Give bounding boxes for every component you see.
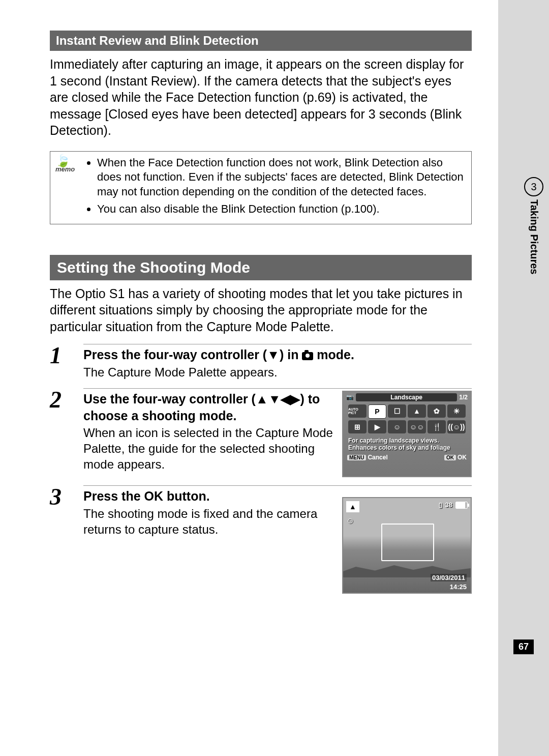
step-number: 1: [50, 344, 73, 380]
step-desc: The shooting mode is fixed and the camer…: [83, 506, 334, 537]
step-number: 3: [50, 485, 73, 594]
chapter-side-tab: 3 Taking Pictures: [524, 177, 544, 274]
memo-list: When the Face Detection function does no…: [87, 156, 466, 220]
mode-cell: ▶: [368, 420, 386, 433]
mode-cell: ☀: [447, 404, 466, 418]
mode-cell-selected: P: [368, 404, 386, 419]
camera-icon: [302, 352, 313, 360]
step-title: Press the OK button.: [83, 488, 334, 505]
mode-name: Landscape: [356, 393, 457, 401]
lcd-palette-screenshot: 📷 Landscape 1/2 AUTO PICT P ☐ ▲ ✿ ☀: [342, 391, 472, 477]
mode-cell: 🍴: [428, 420, 446, 433]
mode-cell: ☐: [388, 404, 406, 418]
mode-icon: ▲: [346, 501, 359, 512]
mode-cell: AUTO PICT: [348, 404, 367, 418]
step-desc: The Capture Mode Palette appears.: [83, 364, 472, 380]
step-title: Press the four-way controller (▼) in mod…: [83, 346, 472, 363]
ok-label: OK: [458, 454, 467, 461]
step-3: 3 Press the OK button. The shooting mode…: [50, 485, 472, 594]
shots-remaining: 38: [445, 501, 452, 509]
palette-page: 1/2: [459, 394, 468, 401]
lcd-capture-screenshot: ▲ ☺ ▯ 38 03/03/2011 14:25: [342, 497, 472, 594]
capture-time: 14:25: [450, 583, 467, 591]
section-header: Setting the Shooting Mode: [50, 255, 472, 280]
mode-cell: ☺☺: [408, 420, 426, 433]
step-desc: When an icon is selected in the Capture …: [83, 425, 334, 473]
mode-description: For capturing landscape views. Enhances …: [343, 435, 471, 453]
menu-button-label: MENU: [347, 455, 366, 460]
face-detection-icon: ☺: [346, 516, 354, 526]
mode-cell: ((☺)): [447, 420, 466, 433]
battery-icon: [455, 502, 468, 509]
subsection-header: Instant Review and Blink Detection: [50, 31, 472, 51]
mode-cell: ⊞: [348, 420, 367, 433]
memo-box: 🍃 memo When the Face Detection function …: [50, 151, 472, 224]
mode-grid: AUTO PICT P ☐ ▲ ✿ ☀ ⊞ ▶ ☺ ☺☺ 🍴: [343, 403, 471, 435]
main-paragraph: The Optio S1 has a variety of shooting m…: [50, 285, 472, 335]
step-1: 1 Press the four-way controller (▼) in m…: [50, 344, 472, 380]
focus-bracket: [381, 524, 434, 561]
camera-icon: 📷: [346, 394, 354, 401]
mode-cell: ▲: [408, 404, 426, 418]
mode-cell: ☺: [388, 420, 406, 433]
capture-date: 03/03/2011: [431, 574, 467, 581]
step-2: 2 Use the four-way controller (▲▼◀▶) to …: [50, 388, 472, 477]
memo-icon: 🍃 memo: [55, 156, 81, 173]
memory-card-icon: ▯: [439, 501, 442, 509]
step-number: 2: [50, 388, 73, 477]
cancel-label: Cancel: [368, 454, 387, 461]
step-title: Use the four-way controller (▲▼◀▶) to ch…: [83, 391, 334, 424]
memo-item: You can also disable the Blink Detection…: [97, 202, 466, 217]
ok-button-box: OK: [444, 455, 456, 460]
intro-paragraph: Immediately after capturing an image, it…: [50, 56, 472, 139]
page-number: 67: [513, 639, 534, 654]
chapter-title-vertical: Taking Pictures: [528, 199, 540, 274]
mode-cell: ✿: [428, 404, 446, 418]
memo-item: When the Face Detection function does no…: [97, 156, 466, 199]
chapter-number-circle: 3: [524, 177, 543, 196]
